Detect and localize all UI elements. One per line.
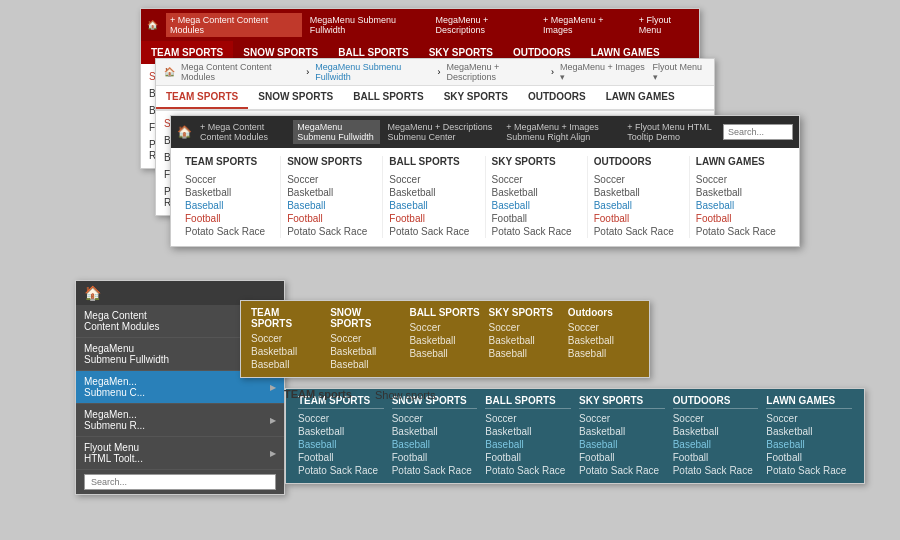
mega-link-football-lawn[interactable]: Football: [696, 212, 785, 225]
dark-bar-item-5[interactable]: + Flyout Menu HTML Tooltip Demo: [627, 122, 715, 142]
brown-link-soccer-s[interactable]: Soccer: [330, 332, 401, 345]
mega-link-baseball-ball[interactable]: Baseball: [389, 199, 478, 212]
teal-link-baseball-l[interactable]: Baseball: [766, 438, 852, 451]
mega-link-potato-team[interactable]: Potato Sack Race: [185, 225, 274, 238]
teal-link-potato-sky[interactable]: Potato Sack Race: [579, 464, 665, 477]
dark-bar-item-3[interactable]: MegaMenu + Descriptions Submenu Center: [388, 122, 499, 142]
teal-link-baseball-s[interactable]: Baseball: [392, 438, 478, 451]
mega-link-basketball-ball[interactable]: Basketball: [389, 186, 478, 199]
brown-link-baseball-b[interactable]: Baseball: [409, 347, 480, 360]
nav-ball-2[interactable]: BALL SPORTS: [343, 86, 433, 109]
mega-link-soccer-team[interactable]: Soccer: [185, 173, 274, 186]
teal-link-soccer-o[interactable]: Soccer: [673, 412, 759, 425]
brown-link-baseball-sky[interactable]: Baseball: [489, 347, 560, 360]
teal-link-baseball-sky[interactable]: Baseball: [579, 438, 665, 451]
brown-link-baseball-o[interactable]: Baseball: [568, 347, 639, 360]
teal-link-basketball-t[interactable]: Basketball: [298, 425, 384, 438]
mega-link-baseball-out[interactable]: Baseball: [594, 199, 683, 212]
dark-bar-item-1[interactable]: + Mega Content Content Modules: [200, 122, 285, 142]
brown-link-basketball-b[interactable]: Basketball: [409, 334, 480, 347]
topbar-item-4[interactable]: + MegaMenu + Images: [543, 15, 631, 35]
teal-link-soccer-b[interactable]: Soccer: [485, 412, 571, 425]
teal-link-basketball-sky[interactable]: Basketball: [579, 425, 665, 438]
teal-link-football-sky[interactable]: Football: [579, 451, 665, 464]
teal-link-soccer-l[interactable]: Soccer: [766, 412, 852, 425]
teal-link-basketball-b[interactable]: Basketball: [485, 425, 571, 438]
mega-link-soccer-sky[interactable]: Soccer: [492, 173, 581, 186]
teal-link-basketball-l[interactable]: Basketball: [766, 425, 852, 438]
brown-link-soccer-t[interactable]: Soccer: [251, 332, 322, 345]
brown-link-basketball-sky[interactable]: Basketball: [489, 334, 560, 347]
nav-outdoors-2[interactable]: OUTDOORS: [518, 86, 596, 109]
brown-link-basketball-s[interactable]: Basketball: [330, 345, 401, 358]
mega-link-potato-out[interactable]: Potato Sack Race: [594, 225, 683, 238]
brown-link-soccer-sky[interactable]: Soccer: [489, 321, 560, 334]
teal-link-soccer-sky[interactable]: Soccer: [579, 412, 665, 425]
nav-sky-2[interactable]: SKY SPORTS: [434, 86, 518, 109]
search-input-3[interactable]: [723, 124, 793, 140]
brown-link-basketball-t[interactable]: Basketball: [251, 345, 322, 358]
dark-bar-item-2[interactable]: MegaMenu Submenu Fullwidth: [293, 120, 379, 144]
mega-link-baseball-sky[interactable]: Baseball: [492, 199, 581, 212]
search-input-4[interactable]: [84, 474, 276, 490]
nav-snow-2[interactable]: SNOW SPORTS: [248, 86, 343, 109]
breadcrumb-bar-2: 🏠 Mega Content Content Modules › MegaMen…: [156, 59, 714, 86]
mega-link-baseball-team[interactable]: Baseball: [185, 199, 274, 212]
mega-link-potato-ball[interactable]: Potato Sack Race: [389, 225, 478, 238]
teal-link-potato-l[interactable]: Potato Sack Race: [766, 464, 852, 477]
topbar-item-2[interactable]: MegaMenu Submenu Fullwidth: [310, 15, 428, 35]
mega-link-basketball-snow[interactable]: Basketball: [287, 186, 376, 199]
mega-link-soccer-snow[interactable]: Soccer: [287, 173, 376, 186]
brown-col-sky: SKY SPORTS Soccer Basketball Baseball: [485, 307, 564, 371]
teal-link-potato-b[interactable]: Potato Sack Race: [485, 464, 571, 477]
mega-link-football-out[interactable]: Football: [594, 212, 683, 225]
teal-link-potato-o[interactable]: Potato Sack Race: [673, 464, 759, 477]
mega-link-potato-lawn[interactable]: Potato Sack Race: [696, 225, 785, 238]
teal-link-potato-t[interactable]: Potato Sack Race: [298, 464, 384, 477]
sidebar-dark-item-4[interactable]: MegaMen...Submenu R... ▶: [76, 404, 284, 437]
topbar-item-5[interactable]: + Flyout Menu: [639, 15, 693, 35]
teal-link-football-t[interactable]: Football: [298, 451, 384, 464]
nav-lawn-2[interactable]: LAWN GAMES: [596, 86, 685, 109]
brown-col-header-snow: SNOW SPORTS: [330, 307, 401, 329]
mega-link-football-snow[interactable]: Football: [287, 212, 376, 225]
mega-link-baseball-lawn[interactable]: Baseball: [696, 199, 785, 212]
sidebar-dark-item-5[interactable]: Flyout MenuHTML Toolt... ▶: [76, 437, 284, 470]
mega-link-soccer-ball[interactable]: Soccer: [389, 173, 478, 186]
brown-link-soccer-b[interactable]: Soccer: [409, 321, 480, 334]
topbar-item-3[interactable]: MegaMenu + Descriptions: [436, 15, 535, 35]
teal-link-baseball-o[interactable]: Baseball: [673, 438, 759, 451]
teal-link-basketball-o[interactable]: Basketball: [673, 425, 759, 438]
mega-link-potato-sky[interactable]: Potato Sack Race: [492, 225, 581, 238]
mega-link-soccer-lawn[interactable]: Soccer: [696, 173, 785, 186]
teal-link-potato-s[interactable]: Potato Sack Race: [392, 464, 478, 477]
teal-link-baseball-t[interactable]: Baseball: [298, 438, 384, 451]
mega-link-basketball-lawn[interactable]: Basketball: [696, 186, 785, 199]
mega-link-basketball-team[interactable]: Basketball: [185, 186, 274, 199]
teal-link-soccer-t[interactable]: Soccer: [298, 412, 384, 425]
breadcrumb-2: MegaMenu Submenu Fullwidth: [315, 62, 431, 82]
dark-bar-item-4[interactable]: + MegaMenu + Images Submenu Right Align: [506, 122, 619, 142]
mega-link-potato-snow[interactable]: Potato Sack Race: [287, 225, 376, 238]
mega-link-soccer-out[interactable]: Soccer: [594, 173, 683, 186]
home-icon-1[interactable]: 🏠: [147, 20, 158, 30]
teal-link-football-o[interactable]: Football: [673, 451, 759, 464]
teal-link-football-l[interactable]: Football: [766, 451, 852, 464]
teal-link-football-s[interactable]: Football: [392, 451, 478, 464]
brown-link-baseball-s[interactable]: Baseball: [330, 358, 401, 371]
teal-link-football-b[interactable]: Football: [485, 451, 571, 464]
mega-link-football-ball[interactable]: Football: [389, 212, 478, 225]
topbar-item-1[interactable]: + Mega Content Content Modules: [166, 13, 302, 37]
mega-link-baseball-snow[interactable]: Baseball: [287, 199, 376, 212]
brown-link-basketball-o[interactable]: Basketball: [568, 334, 639, 347]
brown-link-baseball-t[interactable]: Baseball: [251, 358, 322, 371]
mega-link-basketball-sky[interactable]: Basketball: [492, 186, 581, 199]
teal-link-basketball-s[interactable]: Basketball: [392, 425, 478, 438]
mega-link-football-sky[interactable]: Football: [492, 212, 581, 225]
mega-link-basketball-out[interactable]: Basketball: [594, 186, 683, 199]
teal-link-baseball-b[interactable]: Baseball: [485, 438, 571, 451]
teal-link-soccer-s[interactable]: Soccer: [392, 412, 478, 425]
nav-team-2[interactable]: TEAM SPORTS: [156, 86, 248, 109]
brown-link-soccer-o[interactable]: Soccer: [568, 321, 639, 334]
mega-link-football-team[interactable]: Football: [185, 212, 274, 225]
